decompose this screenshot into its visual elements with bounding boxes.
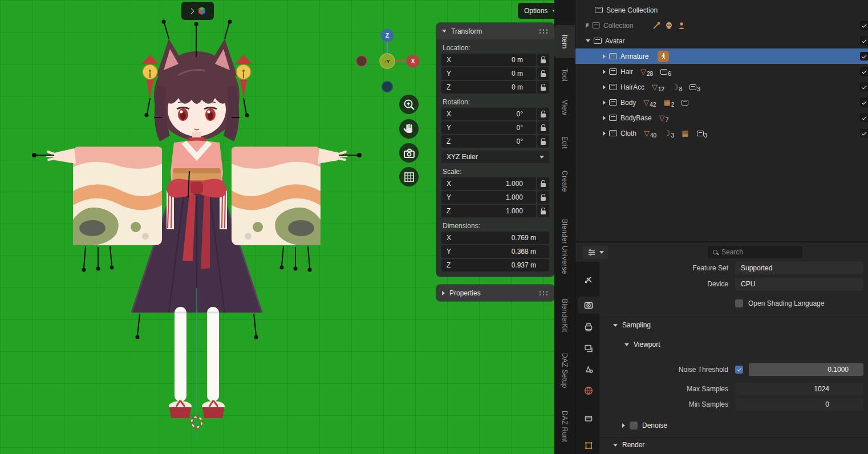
grid-toggle-button[interactable] [399,167,419,187]
viewport-subsection-header[interactable]: Viewport [624,340,660,348]
outliner-row-armature[interactable]: Armature [575,48,868,64]
lock-rotation-x-button[interactable] [537,108,549,120]
scale-x-field[interactable]: X 1.000 [441,177,536,190]
pan-button[interactable] [399,119,419,139]
zoom-button[interactable] [399,95,419,114]
visibility-checkbox[interactable] [860,67,868,76]
visibility-checkbox[interactable] [860,52,868,60]
scale-z-field[interactable]: Z 1.000 [441,205,536,217]
dimensions-x-field[interactable]: X 0.769 m [441,232,549,244]
expand-icon[interactable] [603,131,606,136]
viewport-3d[interactable]: Options Z X -Y [0,0,575,454]
device-dropdown[interactable]: CPU [735,278,863,290]
dimensions-z-field[interactable]: Z 0.937 m [441,259,549,271]
lock-scale-x-button[interactable] [537,177,549,190]
outliner-row-hair[interactable]: Hair ▽28 6 [575,64,868,79]
row-label: Armature [620,52,648,60]
outliner-row-cloth[interactable]: Cloth ▽40 ☽3 ▦ 3 [575,125,868,141]
collapse-icon [613,324,618,327]
drag-grip-icon[interactable] [538,290,549,296]
navigation-gizmo[interactable]: Z X -Y [352,26,423,98]
lock-location-x-button[interactable] [537,54,549,66]
expand-icon[interactable] [603,54,606,59]
outliner-row-avatar[interactable]: Avatar [575,33,868,48]
lock-scale-y-button[interactable] [537,191,549,204]
expand-icon[interactable] [603,100,606,105]
search-box[interactable] [708,246,802,258]
visibility-checkbox[interactable] [860,98,868,107]
collapse-icon[interactable] [586,39,590,42]
editor-type-button[interactable] [583,246,608,259]
expand-icon[interactable] [586,23,589,28]
lock-location-z-button[interactable] [537,81,549,94]
outliner-row-scene-collection[interactable]: Scene Collection [575,2,868,18]
location-y-field[interactable]: Y 0 m [441,67,536,80]
visibility-checkbox[interactable] [860,21,868,30]
lock-location-y-button[interactable] [537,67,549,80]
tab-object-properties[interactable] [578,437,599,454]
tab-blenderkit[interactable]: BlenderKit [554,289,575,342]
tab-item[interactable]: Item [554,25,575,58]
location-z-field[interactable]: Z 0 m [441,81,536,94]
tab-world-properties[interactable] [578,382,599,399]
axis-label: X [447,56,457,64]
properties-panel-header[interactable]: Properties [436,285,554,301]
axis-value: 1.000 [457,207,531,215]
tab-edit[interactable]: Edit [554,128,575,157]
location-x-field[interactable]: X 0 m [441,54,536,66]
tab-collection-properties[interactable] [578,410,599,427]
outliner-row-body[interactable]: Body ▽42 ▦2 [575,95,868,110]
tab-blender-universe[interactable]: Blender Universe [554,206,575,286]
drag-grip-icon[interactable] [538,29,549,34]
visibility-checkbox[interactable] [860,37,868,45]
transform-panel-header[interactable]: Transform [436,23,554,39]
denoise-section-header[interactable]: Denoise [622,421,667,429]
noise-threshold-field[interactable]: 0.1000 [749,363,863,376]
search-input[interactable] [721,248,784,256]
tab-create[interactable]: Create [554,163,575,200]
max-samples-field[interactable]: 1024 [735,383,863,395]
lock-rotation-y-button[interactable] [537,121,549,134]
lock-scale-z-button[interactable] [537,205,549,217]
visibility-checkbox[interactable] [860,129,868,137]
render-section-header[interactable]: Render [613,441,644,449]
viewport-header-expand[interactable] [181,2,214,20]
dimensions-y-field[interactable]: Y 0.368 m [441,245,549,258]
row-label: BodyBase [620,114,652,122]
expand-icon[interactable] [603,85,606,90]
osl-checkbox[interactable] [735,299,743,307]
feature-set-dropdown[interactable]: Supported [735,262,863,274]
location-label: Location: [443,44,548,52]
noise-threshold-checkbox[interactable] [735,366,743,374]
outliner-row-bodybase[interactable]: BodyBase ▽7 [575,110,868,125]
tab-tool-properties[interactable] [578,271,599,288]
scale-y-field[interactable]: Y 1.000 [441,191,536,204]
denoise-checkbox[interactable] [630,421,638,429]
outliner-row-hairacc[interactable]: HairAcc ▽12 ☽8 3 [575,79,868,95]
badge: ▦2 [663,99,674,106]
lock-rotation-z-button[interactable] [537,135,549,148]
expand-icon[interactable] [603,116,606,120]
rotation-mode-dropdown[interactable]: XYZ Euler [441,151,549,163]
min-samples-field[interactable]: 0 [735,398,863,411]
tab-tool[interactable]: Tool [554,60,575,90]
scale-z-row: Z 1.000 [441,205,549,217]
tab-scene-properties[interactable] [578,360,599,378]
expand-icon[interactable] [603,70,606,74]
tab-daz-runtime[interactable]: DAZ Runt [554,399,575,454]
render-properties-content: Feature Set Supported Device CPU Open Sh… [599,262,868,454]
tab-viewlayer-properties[interactable] [578,340,599,357]
outliner-row-collection[interactable]: Collection [575,18,868,33]
visibility-checkbox[interactable] [860,114,868,122]
tab-output-properties[interactable] [578,318,599,335]
tab-render-properties[interactable] [578,297,599,314]
tab-view[interactable]: View [554,92,575,122]
sampling-section-header[interactable]: Sampling [613,321,651,329]
axis-value: 1.000 [457,193,531,201]
visibility-checkbox[interactable] [860,83,868,91]
rotation-y-field[interactable]: Y 0° [441,121,536,134]
tab-daz-setup[interactable]: DAZ Setup [554,344,575,397]
rotation-x-field[interactable]: X 0° [441,108,536,120]
camera-view-button[interactable] [399,143,419,163]
rotation-z-field[interactable]: Z 0° [441,135,536,148]
